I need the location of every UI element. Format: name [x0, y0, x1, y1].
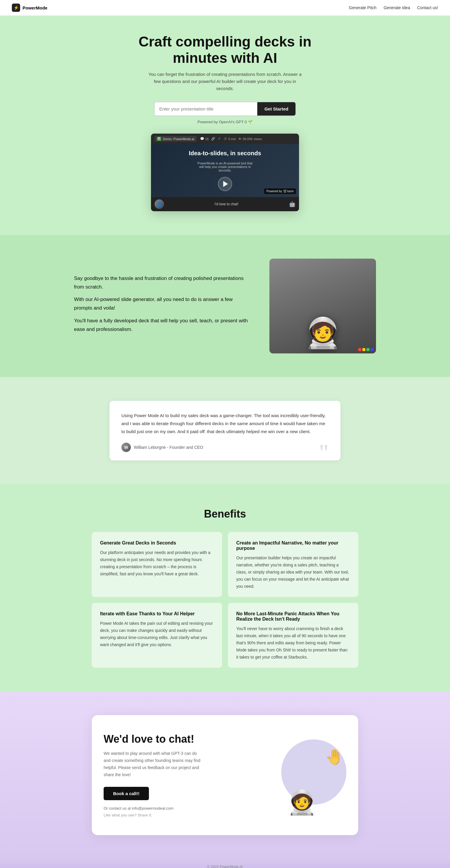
play-button[interactable] [218, 177, 232, 191]
video-title-badge: T Demo: PowerMode.ai [155, 136, 197, 142]
contact-text: We'd love to chat! We wanted to play aro… [104, 733, 246, 817]
video-bottom: 👤 I'd love to chat! 🤖 [151, 197, 299, 211]
benefit-desc-3: Power Mode AI takes the pain out of edit… [100, 620, 214, 648]
video-views: 👁 38.05K views [238, 137, 262, 141]
logo-text: PowerMode [23, 5, 47, 10]
play-icon [223, 181, 228, 187]
contact-share: Like what you see? Share it: [104, 813, 246, 817]
logo-icon: ⚡ [12, 4, 20, 12]
video-headline: Idea-to-slides, in seconds [189, 150, 261, 157]
video-stats: 💬 16 🔗 ↗ [200, 137, 220, 141]
video-meta: ⏱ 3 min 👁 38.05K views [224, 137, 262, 141]
contact-hand-icon: 🤚 [325, 748, 344, 766]
footer-text: © 2022 PowerMode AI [207, 865, 243, 868]
contact-card: We'd love to chat! We wanted to play aro… [92, 715, 358, 835]
features-image: 🧑‍🚀 [269, 259, 376, 353]
robot-icon: 🤖 [289, 201, 295, 207]
powered-text: Powered by OpenAI's GPT-3 🌱 [12, 120, 438, 124]
get-started-button[interactable]: Get Started [257, 102, 295, 116]
dot-green [366, 348, 369, 351]
author-avatar: W [121, 442, 131, 452]
contact-inner: We'd love to chat! We wanted to play aro… [0, 691, 450, 859]
features-inner: Say goodbye to the hassle and frustratio… [62, 235, 388, 377]
benefit-card-3: Iterate with Ease Thanks to Your AI Help… [92, 603, 222, 668]
nav-link-generate-idea[interactable]: Generate Idea [384, 5, 410, 10]
video-main: Idea-to-slides, in seconds PowerMode is … [151, 144, 299, 197]
benefit-desc-1: Our platform anticipates your needs and … [100, 549, 214, 578]
hero-heading: Craft compelling decks in minutes with A… [121, 33, 329, 66]
testimonial-card: Using Power Mode AI to build my sales de… [109, 401, 341, 460]
contact-astronaut: 🧑‍🚀 [287, 788, 317, 816]
features-text: Say goodbye to the hassle and frustratio… [74, 274, 252, 338]
testimonial-section: Using Power Mode AI to build my sales de… [0, 377, 450, 484]
benefits-title: Benefits [12, 508, 438, 520]
benefits-inner: Benefits Generate Great Decks in Seconds… [0, 484, 450, 691]
benefit-desc-4: You'll never have to worry about crammin… [236, 625, 350, 661]
features-para-3: You'll have a fully developed deck that … [74, 317, 252, 334]
loom-badge: Powered by 🎬 loom [264, 188, 296, 194]
benefit-card-4: No More Last-Minute Panic Attacks When Y… [228, 603, 358, 668]
benefits-section: Benefits Generate Great Decks in Seconds… [0, 484, 450, 691]
logo[interactable]: ⚡ PowerMode [12, 4, 47, 12]
video-title: Demo: PowerMode.ai [163, 137, 194, 141]
astronaut-illustration: 🧑‍🚀 [304, 318, 341, 353]
color-dots [358, 348, 374, 351]
features-section: Say goodbye to the hassle and frustratio… [0, 235, 450, 377]
footer: © 2022 PowerMode AI [0, 859, 450, 868]
video-description: PowerMode is an AI-powered tool that wil… [195, 161, 255, 172]
benefit-card-2: Create an Impactful Narrative, No matter… [228, 532, 358, 597]
video-avatar: 👤 [155, 199, 164, 209]
nav-link-generate-pitch[interactable]: Generate Pitch [349, 5, 376, 10]
contact-illustration: 🧑‍🚀 🤚 [258, 734, 346, 816]
contact-email: Or contact us at info@powermodeal.com [104, 806, 246, 810]
navbar: ⚡ PowerMode Generate Pitch Generate Idea… [0, 0, 450, 16]
video-preview: T Demo: PowerMode.ai 💬 16 🔗 ↗ ⏱ 3 min 👁 … [151, 134, 299, 211]
benefit-card-1: Generate Great Decks in Seconds Our plat… [92, 532, 222, 597]
dot-yellow [362, 348, 365, 351]
video-comments: 💬 16 [200, 137, 209, 141]
logo-symbol: ⚡ [13, 5, 19, 10]
nav-link-contact[interactable]: Contact us! [417, 5, 438, 10]
hero-section: Craft compelling decks in minutes with A… [0, 16, 450, 235]
book-call-button[interactable]: Book a call!! [104, 787, 149, 800]
dot-blue [371, 348, 374, 351]
benefit-title-1: Generate Great Decks in Seconds [100, 540, 214, 546]
hero-form: Get Started [154, 102, 296, 116]
video-badge-t: T [157, 137, 161, 141]
benefits-grid: Generate Great Decks in Seconds Our plat… [92, 532, 358, 668]
video-duration: ⏱ 3 min [224, 137, 236, 141]
hero-subheading: You can forget the frustration of creati… [148, 71, 302, 92]
video-cta-text: I'd love to chat! [167, 202, 286, 206]
author-name: William Leborgne - Founder and CEO [134, 445, 203, 450]
avatar-icon: 👤 [155, 199, 164, 209]
contact-title: We'd love to chat! [104, 733, 246, 745]
features-para-1: Say goodbye to the hassle and frustratio… [74, 274, 252, 291]
features-para-2: With our AI-powered slide generator, all… [74, 296, 252, 313]
contact-section: We'd love to chat! We wanted to play aro… [0, 691, 450, 859]
benefit-title-4: No More Last-Minute Panic Attacks When Y… [236, 611, 350, 622]
testimonial-inner: Using Power Mode AI to build my sales de… [0, 377, 450, 484]
contact-description: We wanted to play around with what GPT-3… [104, 750, 204, 778]
testimonial-text: Using Power Mode AI to build my sales de… [121, 411, 329, 435]
presentation-title-input[interactable] [155, 102, 257, 116]
dot-red [358, 348, 361, 351]
benefit-title-3: Iterate with Ease Thanks to Your AI Help… [100, 611, 214, 617]
benefit-title-2: Create an Impactful Narrative, No matter… [236, 540, 350, 551]
testimonial-author: W William Leborgne - Founder and CEO [121, 442, 329, 452]
video-topbar: T Demo: PowerMode.ai 💬 16 🔗 ↗ ⏱ 3 min 👁 … [151, 134, 299, 144]
nav-links: Generate Pitch Generate Idea Contact us! [349, 5, 438, 10]
benefit-desc-2: Our presentation builder helps you creat… [236, 555, 350, 590]
